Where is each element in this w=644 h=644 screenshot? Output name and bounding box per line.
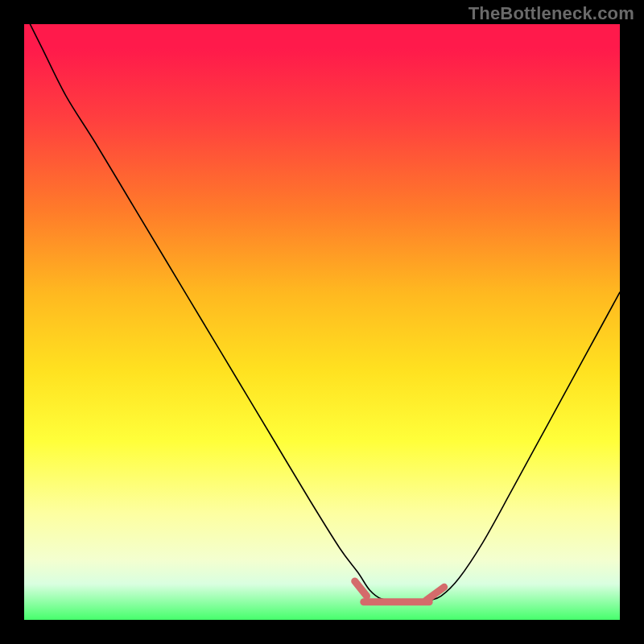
chart-frame: TheBottleneck.com bbox=[0, 0, 644, 644]
plot-area bbox=[24, 24, 620, 620]
watermark-text: TheBottleneck.com bbox=[469, 3, 634, 24]
bottleneck-curve bbox=[24, 24, 620, 620]
